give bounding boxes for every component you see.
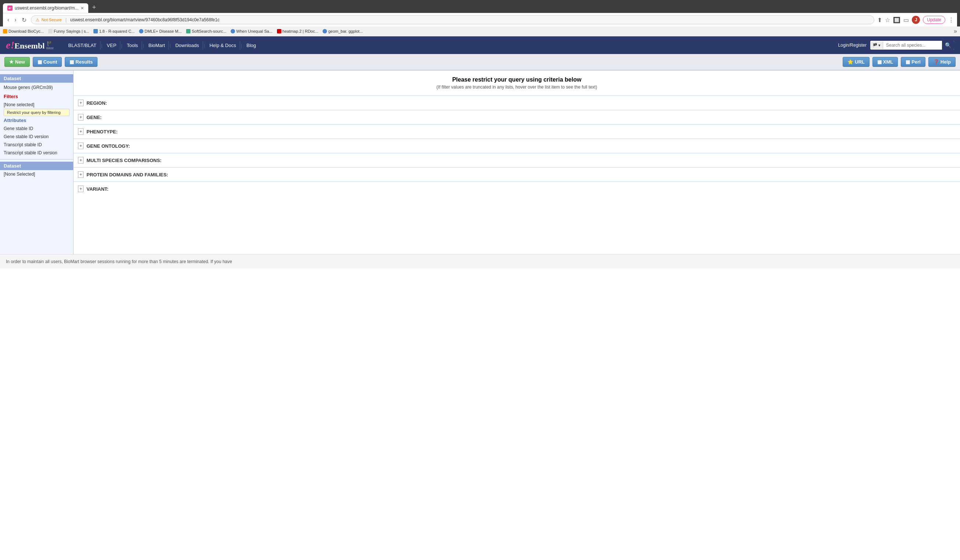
xml-label: XML xyxy=(883,59,893,65)
bookmark-icon-softsearch xyxy=(186,29,190,34)
new-label: New xyxy=(15,59,25,65)
tab-close-button[interactable]: ✕ xyxy=(80,6,84,11)
tab-bar: e! uswest.ensembl.org/biomart/m... ✕ + xyxy=(3,2,957,13)
attribute-transcript-stable-id[interactable]: Transcript stable ID xyxy=(0,141,73,149)
filter-header: Please restrict your query using criteri… xyxy=(74,70,960,96)
filters-tooltip: Restrict your query by filtering xyxy=(4,109,69,116)
browser-actions: ⬆ ☆ 🔲 ▭ J Update ⋮ xyxy=(877,16,954,24)
count-icon: ▦ xyxy=(37,59,42,65)
nav-tools[interactable]: Tools xyxy=(123,41,142,49)
attribute-gene-stable-id[interactable]: Gene stable ID xyxy=(0,124,73,132)
results-icon: ▦ xyxy=(69,59,74,65)
filters-item[interactable]: Filters xyxy=(0,92,73,101)
nav-help[interactable]: Help & Docs xyxy=(206,41,240,49)
security-label: Not Secure xyxy=(42,18,62,22)
filter-section-protein-domains[interactable]: + PROTEIN DOMAINS AND FAMILIES: xyxy=(74,167,960,182)
filter-section-gene[interactable]: + GENE: xyxy=(74,110,960,124)
new-button[interactable]: ★ New xyxy=(5,57,30,67)
attribute-gene-stable-id-version[interactable]: Gene stable ID version xyxy=(0,132,73,141)
bookmark-button[interactable]: ☆ xyxy=(885,16,890,24)
filter-section-region[interactable]: + REGION: xyxy=(74,96,960,110)
bookmark-sayings[interactable]: Funny Sayings | s... xyxy=(48,29,89,34)
expand-icon-gene: + xyxy=(78,114,83,121)
search-go-button[interactable]: 🔍 xyxy=(942,41,954,49)
filter-section-name-variant: VARIANT: xyxy=(86,186,109,192)
bookmark-unequal[interactable]: When Unequal Sa... xyxy=(230,29,272,34)
filter-section-phenotype[interactable]: + PHENOTYPE: xyxy=(74,124,960,139)
new-tab-button[interactable]: + xyxy=(89,2,99,13)
bookmark-biocyc[interactable]: Download BioCyc... xyxy=(3,29,44,34)
bookmark-rsquared[interactable]: 1.8 - R-squared C... xyxy=(93,29,134,34)
active-tab[interactable]: e! uswest.ensembl.org/biomart/m... ✕ xyxy=(3,3,88,13)
search-input[interactable] xyxy=(883,41,942,49)
attribute-transcript-stable-id-version[interactable]: Transcript stable ID version xyxy=(0,149,73,157)
nav-blog[interactable]: Blog xyxy=(243,41,260,49)
nav-vep[interactable]: VEP xyxy=(103,41,120,49)
bookmark-label: 1.8 - R-squared C... xyxy=(99,29,134,34)
bookmark-softsearch[interactable]: SoftSearch-sourc... xyxy=(186,29,226,34)
address-input[interactable]: ⚠ Not Secure | uswest.ensembl.org/biomar… xyxy=(31,16,875,24)
update-button[interactable]: Update xyxy=(923,16,945,24)
bookmark-geombar[interactable]: geom_bar. ggplot... xyxy=(323,29,363,34)
star-icon: ⭐ xyxy=(848,59,853,65)
results-button[interactable]: ▦ Results xyxy=(65,57,98,67)
nav-buttons: ‹ › ↻ xyxy=(6,16,28,24)
extensions-button[interactable]: 🔲 xyxy=(893,16,901,24)
help-label: Help xyxy=(941,59,951,65)
back-button[interactable]: ‹ xyxy=(6,16,11,24)
dataset2-selected: [None Selected] xyxy=(0,170,73,178)
main-content: Dataset Mouse genes (GRCm39) Filters [No… xyxy=(0,70,960,254)
xml-button[interactable]: ▦ XML xyxy=(872,57,898,67)
reload-button[interactable]: ↻ xyxy=(20,16,28,24)
biomart-toolbar: ★ New ▦ Count ▦ Results ⭐ URL ▦ XML ▦ Pe… xyxy=(0,54,960,70)
logo-west-label: West xyxy=(46,46,53,50)
expand-icon-protein-domains: + xyxy=(78,171,83,178)
expand-icon-gene-ontology: + xyxy=(78,143,83,149)
ensembl-nav: BLAST/BLAT | VEP | Tools | BioMart | Dow… xyxy=(65,41,831,49)
search-species-dropdown[interactable]: 🏴 ▾ xyxy=(870,41,883,49)
perl-button[interactable]: ▦ Perl xyxy=(901,57,925,67)
url-button[interactable]: ⭐ URL xyxy=(843,57,869,67)
bookmark-heatmap[interactable]: heatmap.2 | RDoc... xyxy=(277,29,318,34)
results-label: Results xyxy=(75,59,93,65)
dataset-header: Dataset xyxy=(0,74,73,83)
footer-notice-text: In order to maintain all users, BioMart … xyxy=(6,259,232,264)
sidebar-divider xyxy=(0,159,73,160)
perl-icon: ▦ xyxy=(906,59,910,65)
bookmark-icon-unequal xyxy=(230,29,235,34)
share-button[interactable]: ⬆ xyxy=(877,16,882,24)
filter-header-title: Please restrict your query using criteri… xyxy=(80,77,954,83)
count-button[interactable]: ▦ Count xyxy=(33,57,62,67)
address-text: uswest.ensembl.org/biomart/martview/9746… xyxy=(70,17,219,22)
attributes-item[interactable]: Attributes xyxy=(0,116,73,124)
profile-button[interactable]: J xyxy=(912,16,920,24)
help-button[interactable]: ❓ Help xyxy=(928,57,955,67)
logo-e: e! xyxy=(6,39,14,51)
more-options-button[interactable]: ⋮ xyxy=(948,16,954,24)
filter-section-name-multi-species: MULTI SPECIES COMPARISONS: xyxy=(86,158,162,163)
sidebar-toggle-button[interactable]: ▭ xyxy=(903,16,909,24)
bookmarks-bar: Download BioCyc... Funny Sayings | s... … xyxy=(0,26,960,37)
filter-section-name-region: REGION: xyxy=(86,101,107,106)
filter-section-name-gene: GENE: xyxy=(86,115,101,120)
toolbar-right: ⭐ URL ▦ XML ▦ Perl ❓ Help xyxy=(843,57,955,67)
filter-section-name-gene-ontology: GENE ONTOLOGY: xyxy=(86,143,130,149)
filter-section-gene-ontology[interactable]: + GENE ONTOLOGY: xyxy=(74,139,960,153)
bookmark-label: When Unequal Sa... xyxy=(236,29,272,34)
nav-downloads[interactable]: Downloads xyxy=(172,41,203,49)
header-right: Login/Register 🏴 ▾ 🔍 xyxy=(838,41,954,49)
bookmark-icon-biocyc xyxy=(3,29,7,34)
filter-section-variant[interactable]: + VARIANT: xyxy=(74,182,960,196)
logo-ensembl-text: Ensembl xyxy=(14,41,45,50)
nav-blast[interactable]: BLAST/BLAT xyxy=(65,41,101,49)
bookmark-dmle[interactable]: DMLE+ Disease M... xyxy=(139,29,182,34)
nav-biomart[interactable]: BioMart xyxy=(144,41,169,49)
forward-button[interactable]: › xyxy=(13,16,18,24)
login-register-link[interactable]: Login/Register xyxy=(838,43,867,48)
bookmarks-more-button[interactable]: » xyxy=(954,28,957,35)
filter-section-multi-species[interactable]: + MULTI SPECIES COMPARISONS: xyxy=(74,153,960,167)
dataset-name: Mouse genes (GRCm39) xyxy=(0,83,73,92)
filter-panel: Please restrict your query using criteri… xyxy=(74,70,960,254)
sidebar: Dataset Mouse genes (GRCm39) Filters [No… xyxy=(0,70,74,254)
expand-icon-variant: + xyxy=(78,185,83,192)
